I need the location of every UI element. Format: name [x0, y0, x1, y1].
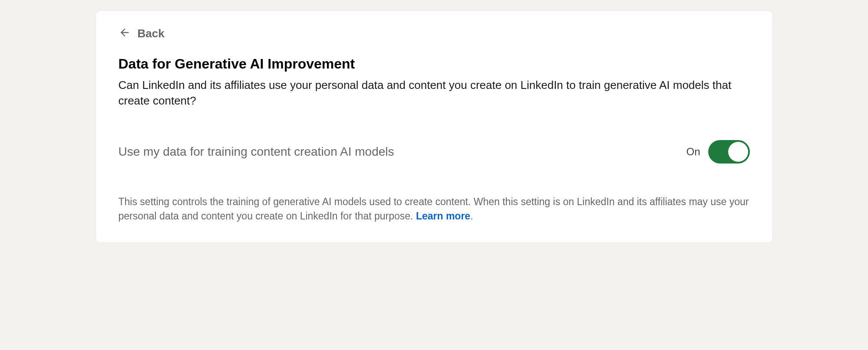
footer-text: This setting controls the training of ge…	[119, 195, 750, 224]
page-title: Data for Generative AI Improvement	[119, 56, 750, 72]
settings-card: Back Data for Generative AI Improvement …	[96, 10, 773, 243]
learn-more-link[interactable]: Learn more	[416, 210, 470, 222]
data-training-toggle[interactable]	[708, 140, 750, 164]
back-label: Back	[138, 27, 165, 40]
setting-row: Use my data for training content creatio…	[119, 140, 750, 164]
page-description: Can LinkedIn and its affiliates use your…	[119, 77, 750, 109]
setting-label: Use my data for training content creatio…	[119, 145, 394, 159]
footer-period: .	[470, 210, 473, 222]
toggle-knob	[728, 142, 748, 162]
toggle-group: On	[686, 140, 749, 164]
back-button[interactable]: Back	[119, 26, 165, 40]
toggle-state-label: On	[686, 146, 700, 158]
arrow-left-icon	[119, 26, 131, 40]
